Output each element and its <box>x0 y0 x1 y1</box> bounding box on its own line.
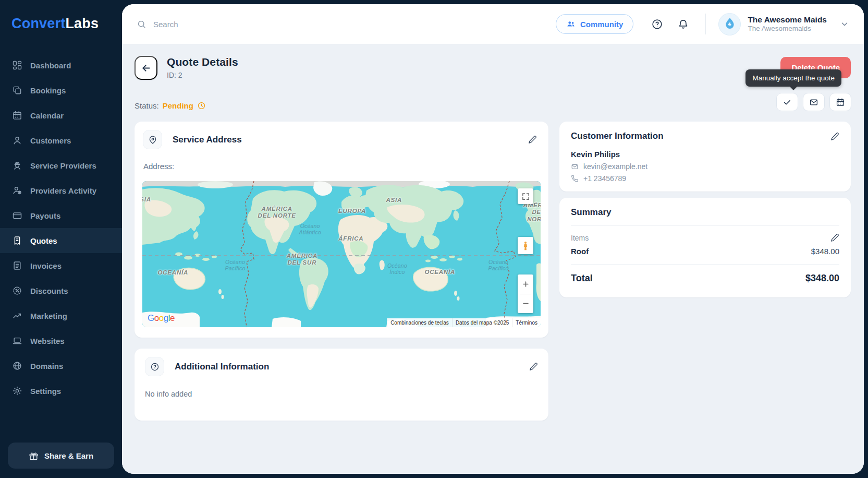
websites-laptop-icon <box>12 336 22 346</box>
sidebar-item-websites[interactable]: Websites <box>0 328 122 353</box>
account-menu[interactable]: The Awesome Maids The Awesomemaids <box>718 13 849 35</box>
summary-item-row: Roof$348.00 <box>571 247 839 256</box>
accept-quote-check-button[interactable] <box>776 93 798 111</box>
google-logo[interactable]: Google <box>148 313 175 324</box>
email-icon <box>571 163 579 171</box>
pending-clock-icon <box>197 101 206 110</box>
edit-customer-pencil-icon[interactable] <box>830 132 839 141</box>
additional-info-card: Additional Information No info added <box>135 349 548 421</box>
sidebar-item-label: Quotes <box>30 236 57 245</box>
sidebar-item-bookings[interactable]: Bookings <box>0 78 122 103</box>
sidebar-item-invoices[interactable]: Invoices <box>0 253 122 278</box>
title-block: Quote Details ID: 2 <box>167 56 238 79</box>
quotes-receipt-icon <box>12 235 22 246</box>
accept-quote-tooltip: Manually accept the quote <box>745 69 841 87</box>
status-row: Status: Pending <box>135 100 851 111</box>
customer-info-title: Customer Information <box>571 131 664 141</box>
back-button[interactable] <box>135 56 157 80</box>
sidebar-item-payouts[interactable]: Payouts <box>0 203 122 228</box>
sidebar-item-service-providers[interactable]: Service Providers <box>0 153 122 178</box>
sidebar-item-quotes[interactable]: Quotes <box>0 228 122 253</box>
summary-card: Summary Items Roof$348.00 Total $348.00 <box>559 198 851 297</box>
account-name: The Awesome Maids <box>748 15 827 25</box>
status-label: Status: <box>135 101 159 110</box>
main-panel: Community The Awesome Maids The Awesomem… <box>122 4 864 474</box>
map-zoom-control <box>518 274 533 313</box>
sidebar-item-customers[interactable]: Customers <box>0 128 122 153</box>
sidebar-item-label: Websites <box>30 337 65 345</box>
invoices-document-icon <box>12 260 22 271</box>
map-pegman-control[interactable] <box>518 237 533 254</box>
help-icon[interactable] <box>651 17 665 31</box>
sidebar-item-label: Discounts <box>30 286 68 295</box>
summary-item-amount: $348.00 <box>811 247 839 256</box>
edit-address-pencil-icon[interactable] <box>528 135 537 144</box>
sidebar-item-label: Calendar <box>30 111 64 120</box>
share-earn-button[interactable]: Share & Earn <box>8 443 114 469</box>
world-map-graphic <box>142 181 541 327</box>
chevron-down-icon[interactable] <box>840 19 849 29</box>
quote-id: ID: 2 <box>167 71 238 79</box>
edit-items-pencil-icon[interactable] <box>830 233 839 242</box>
summary-rows: Roof$348.00 <box>571 247 839 256</box>
map-zoom-out-button[interactable] <box>518 294 533 313</box>
customer-email-row: kevin@example.net <box>571 162 839 171</box>
share-earn-label: Share & Earn <box>44 451 93 460</box>
map-attribution-link[interactable]: Términos <box>512 318 541 327</box>
map-fullscreen-button[interactable] <box>518 188 533 204</box>
status-badge: Pending <box>163 101 193 110</box>
sidebar-item-providers-activity[interactable]: Providers Activity <box>0 178 122 203</box>
customer-info-header: Customer Information <box>571 131 839 141</box>
send-email-button[interactable] <box>803 93 825 111</box>
map-attribution-link[interactable]: Datos del mapa ©2025 <box>452 318 512 327</box>
bookings-copy-icon <box>12 85 22 95</box>
notifications-bell-icon[interactable] <box>677 17 691 31</box>
google-map[interactable]: SIAAMÉRICA DEL NORTEOcéano AtlánticoEURO… <box>142 181 541 327</box>
sidebar-item-marketing[interactable]: Marketing <box>0 303 122 328</box>
topbar: Community The Awesome Maids The Awesomem… <box>122 4 864 44</box>
community-button[interactable]: Community <box>556 14 634 34</box>
community-people-icon <box>566 19 576 29</box>
sidebar-item-label: Settings <box>30 387 61 396</box>
sidebar-item-label: Invoices <box>30 261 62 270</box>
sidebar-item-domains[interactable]: Domains <box>0 353 122 378</box>
search-bar <box>137 19 310 29</box>
domains-globe-icon <box>12 361 22 371</box>
search-input[interactable] <box>153 20 310 29</box>
service-address-title: Service Address <box>173 135 242 145</box>
summary-title: Summary <box>571 207 839 218</box>
logo-text-primary: Convert <box>11 16 65 31</box>
edit-additional-info-pencil-icon[interactable] <box>529 362 538 371</box>
map-attribution-link[interactable]: Combinaciones de teclas <box>387 318 452 327</box>
sidebar: ConvertLabs DashboardBookingsCalendarCus… <box>0 0 122 478</box>
total-label: Total <box>571 273 593 284</box>
additional-info-header: Additional Information <box>145 357 538 376</box>
topbar-right: Community The Awesome Maids The Awesomem… <box>556 13 849 35</box>
address-label: Address: <box>143 162 541 171</box>
schedule-calendar-button[interactable] <box>829 93 851 111</box>
content-area: Quote Details ID: 2 Delete Quote Manuall… <box>122 44 864 474</box>
page-title: Quote Details <box>167 56 238 68</box>
cards-layout: Service Address Address: <box>135 122 851 421</box>
total-amount: $348.00 <box>805 273 839 284</box>
customers-person-icon <box>12 135 22 146</box>
customer-phone: +1 23456789 <box>583 174 626 183</box>
sidebar-item-calendar[interactable]: Calendar <box>0 103 122 128</box>
sidebar-item-label: Dashboard <box>30 61 71 70</box>
discount-badge-icon <box>12 285 22 296</box>
sidebar-item-label: Payouts <box>30 211 60 220</box>
account-subtitle: The Awesomemaids <box>748 25 827 33</box>
sidebar-item-discounts[interactable]: Discounts <box>0 278 122 303</box>
account-avatar <box>718 13 741 35</box>
sidebar-item-dashboard[interactable]: Dashboard <box>0 53 122 78</box>
location-pin-icon <box>143 130 162 149</box>
sidebar-item-label: Service Providers <box>30 161 96 170</box>
service-address-header: Service Address <box>142 130 541 149</box>
sidebar-item-settings[interactable]: Settings <box>0 378 122 403</box>
map-zoom-in-button[interactable] <box>518 274 533 294</box>
service-address-card: Service Address Address: <box>135 122 548 338</box>
customer-info-card: Customer Information Kevin Philips kevin… <box>559 122 851 192</box>
app-logo: ConvertLabs <box>0 0 122 53</box>
sidebar-menu: DashboardBookingsCalendarCustomersServic… <box>0 53 122 435</box>
question-circle-icon <box>145 357 164 376</box>
